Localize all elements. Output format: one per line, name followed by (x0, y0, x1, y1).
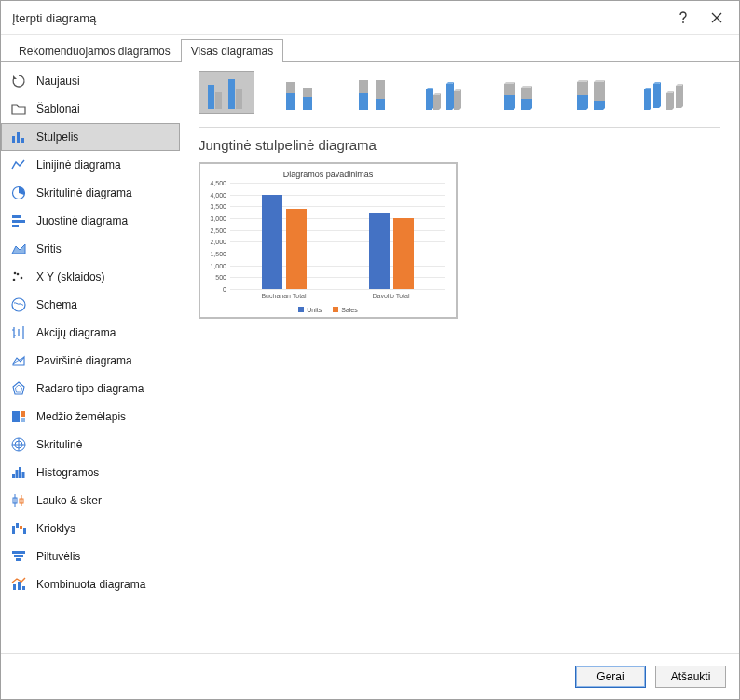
subtype-100pct-stacked-column[interactable] (344, 71, 400, 114)
svg-rect-3 (12, 136, 15, 143)
chart-bar (393, 218, 414, 289)
svg-rect-41 (12, 551, 25, 554)
subtype-3d-clustered-column[interactable] (417, 71, 473, 114)
svg-point-10 (13, 279, 16, 281)
recent-icon (10, 73, 27, 89)
subtype-3d-column[interactable] (635, 71, 691, 114)
chart-gridline (230, 183, 445, 184)
sidebar-item-funnel[interactable]: Piltuvėlis (1, 542, 180, 570)
svg-rect-29 (12, 474, 15, 478)
svg-rect-32 (22, 472, 25, 478)
folder-icon (10, 101, 27, 117)
svg-rect-50 (236, 89, 242, 109)
svg-rect-7 (12, 215, 21, 218)
pct-stacked-column-3d-icon (568, 76, 612, 110)
svg-rect-22 (12, 411, 20, 422)
stacked-column-icon (277, 76, 322, 110)
sidebar-item-column[interactable]: Stulpelis (1, 123, 180, 151)
dialog-button-row: Gerai Atšaukti (1, 653, 739, 699)
area-chart-icon (10, 240, 27, 257)
chart-y-tick: 2,500 (210, 226, 226, 233)
sidebar-item-line[interactable]: Linijinė diagrama (1, 151, 180, 179)
sidebar-item-pie[interactable]: Skritulinė diagrama (1, 179, 180, 207)
svg-rect-56 (359, 93, 368, 110)
sidebar-item-waterfall[interactable]: Krioklys (1, 515, 180, 542)
sidebar-item-map[interactable]: Schema (1, 291, 180, 319)
help-button[interactable] (666, 5, 700, 31)
svg-point-13 (14, 272, 17, 275)
sidebar-item-label: Juostinė diagrama (36, 214, 128, 227)
sidebar-item-histogram[interactable]: Histogramos (1, 459, 180, 487)
svg-rect-49 (228, 79, 235, 109)
sidebar-item-templates[interactable]: Šablonai (1, 95, 180, 123)
map-icon (10, 296, 27, 313)
sidebar-item-radar[interactable]: Radaro tipo diagrama (1, 375, 180, 403)
chart-bar (262, 195, 282, 289)
tab-recommended-charts[interactable]: Rekomenduojamos diagramos (8, 39, 181, 62)
sidebar-item-recent[interactable]: Naujausi (1, 67, 180, 95)
svg-rect-8 (12, 220, 25, 223)
help-icon (678, 11, 689, 24)
sidebar-item-area[interactable]: Sritis (1, 235, 180, 263)
chart-preview-title: Diagramos pavadinimas (200, 170, 456, 179)
svg-rect-31 (19, 467, 21, 478)
sidebar-item-label: Lauko & sker (36, 494, 102, 507)
histogram-icon (10, 464, 27, 481)
svg-rect-46 (22, 586, 25, 590)
subtype-3d-100pct-stacked-column[interactable] (562, 71, 618, 114)
close-button[interactable] (700, 5, 733, 31)
sidebar-item-bar[interactable]: Juostinė diagrama (1, 207, 180, 235)
chart-bar (369, 213, 390, 289)
subtype-3d-stacked-column[interactable] (489, 71, 545, 114)
chart-preview[interactable]: Diagramos pavadinimas 05001,0001,5002,00… (199, 162, 458, 319)
ok-button[interactable]: Gerai (575, 666, 646, 688)
svg-rect-55 (359, 80, 368, 93)
sidebar-item-treemap[interactable]: Medžio žemėlapis (1, 403, 180, 431)
subtype-clustered-column[interactable] (199, 71, 254, 114)
sidebar-item-label: Skritulinė (36, 438, 82, 451)
svg-rect-57 (376, 80, 385, 99)
column-chart-icon (10, 129, 27, 145)
svg-rect-47 (208, 85, 214, 109)
sidebar-item-xy-scatter[interactable]: X Y (sklaidos) (1, 263, 180, 291)
funnel-icon (10, 548, 27, 565)
sidebar-item-label: Radaro tipo diagrama (36, 382, 144, 395)
svg-rect-54 (303, 97, 312, 110)
svg-rect-4 (17, 132, 20, 143)
combo-chart-icon (10, 576, 27, 593)
sidebar-item-label: Kombinuota diagrama (36, 578, 145, 591)
tab-all-charts[interactable]: Visas diagramas (181, 39, 284, 62)
sunburst-icon (10, 436, 27, 453)
dialog-title: Įterpti diagramą (12, 11, 666, 25)
pct-stacked-column-icon (349, 76, 394, 110)
chart-legend-swatch (333, 307, 338, 312)
clustered-column-icon (204, 75, 249, 109)
titlebar: Įterpti diagramą (1, 1, 739, 35)
sidebar-item-combo[interactable]: Kombinuota diagrama (1, 570, 180, 598)
sidebar-item-box-whisker[interactable]: Lauko & sker (1, 487, 180, 515)
cancel-button[interactable]: Atšaukti (655, 666, 726, 688)
chart-y-tick: 3,500 (210, 203, 226, 210)
svg-rect-40 (23, 528, 26, 534)
sidebar-item-surface[interactable]: Paviršinė diagrama (1, 347, 180, 375)
insert-chart-dialog: Įterpti diagramą Rekomenduojamos diagram… (0, 0, 740, 700)
chart-gridline (230, 289, 445, 290)
close-icon (711, 12, 722, 23)
sidebar-item-label: X Y (sklaidos) (36, 270, 105, 283)
bar-chart-icon (10, 213, 27, 229)
svg-rect-58 (376, 99, 385, 110)
sidebar-item-sunburst[interactable]: Skritulinė (1, 431, 180, 459)
sidebar-item-label: Linijinė diagrama (36, 158, 121, 172)
svg-rect-30 (16, 470, 19, 478)
subtype-stacked-column[interactable] (271, 71, 327, 114)
clustered-column-3d-icon (420, 76, 469, 110)
sidebar-item-label: Naujausi (36, 75, 80, 88)
sidebar-item-label: Schema (36, 298, 77, 311)
chart-y-tick: 4,000 (210, 191, 226, 198)
svg-rect-23 (21, 411, 25, 417)
sidebar-item-stock[interactable]: Akcijų diagrama (1, 319, 180, 347)
svg-rect-51 (286, 82, 295, 93)
chart-y-tick: 3,000 (210, 215, 226, 222)
chart-y-tick: 0 (223, 286, 226, 293)
svg-rect-39 (20, 526, 22, 529)
